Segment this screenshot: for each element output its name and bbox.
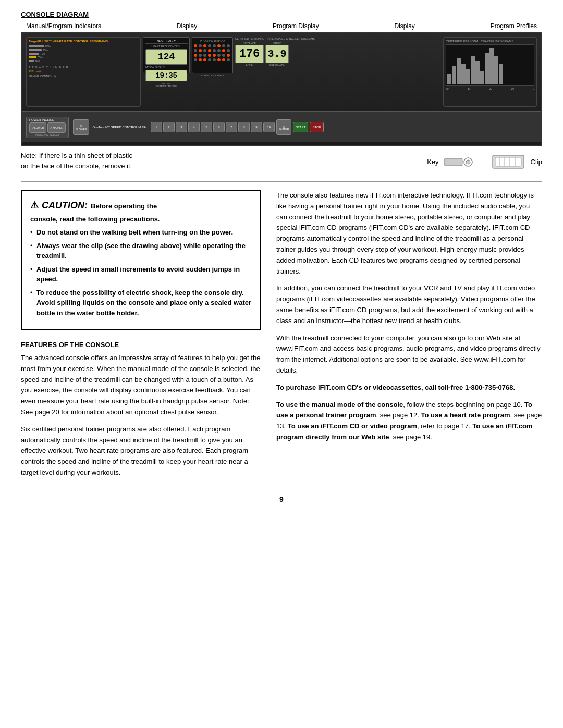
caution-item-3: Adjust the speed in small increments to … <box>30 264 251 285</box>
btn-6[interactable]: 6 <box>213 122 225 132</box>
lcd-display-2: 176 <box>239 47 260 60</box>
panel-center-top: HEART RATE ♥ HEART RATE CONTROL 124 FAT … <box>143 37 441 73</box>
label-program-display: Program Display <box>273 22 319 30</box>
btn-10[interactable]: 10 <box>263 122 275 132</box>
label-display1: Display <box>177 22 197 30</box>
console-panel: TargetPULSE™ HEART RATE CONTROL PROGRAMS… <box>22 33 541 145</box>
caution-box: ⚠ CAUTION: Before operating the console,… <box>21 190 261 330</box>
caution-subtext: console, read the following precautions. <box>30 215 251 223</box>
time-display: 19:35 <box>145 70 187 81</box>
caution-word: CAUTION: <box>42 200 88 211</box>
lcd-display-3: 3.9 <box>267 48 286 60</box>
btn-7[interactable]: 7 <box>226 122 237 132</box>
use-manual-rest: , follow the steps beginning on page 10. <box>403 401 522 409</box>
stop-btn[interactable]: STOP <box>310 122 323 132</box>
power-section: POWER INCLINE ▽ LOWER △ HIGHER PROGRAM S… <box>26 117 69 138</box>
lower-btn[interactable]: ▽ LOWER <box>29 122 46 133</box>
btn-9[interactable]: 9 <box>251 122 262 132</box>
right-paragraph1: The console also features new iFIT.com i… <box>276 190 542 277</box>
note-line1: Note: If there is a thin sheet of plasti… <box>21 151 132 161</box>
ifit-cd-bold: To use an iFIT.com CD or video program <box>288 422 417 430</box>
note-line2: on the face of the console, remove it. <box>21 161 132 171</box>
clip-svg <box>490 153 527 171</box>
panel-right: CERTIFIED PERSONAL TRAINER PROGRAMS <box>443 37 537 107</box>
lcd-display-1: 124 <box>158 52 175 62</box>
heart-rate-bold: To use a heart rate program <box>421 411 510 419</box>
features-paragraph1: The advanced console offers an impressiv… <box>21 353 261 418</box>
page-number: 9 <box>21 495 542 503</box>
caution-item-4: To reduce the possibility of electric sh… <box>30 288 251 318</box>
btn-8[interactable]: 8 <box>238 122 250 132</box>
panel-center: HEART RATE ♥ HEART RATE CONTROL 124 FAT … <box>143 37 441 107</box>
brand-text: TargetPULSE™ HEART RATE CONTROL PROGRAMS <box>29 40 138 43</box>
btn-3[interactable]: 3 <box>176 122 187 132</box>
personal-trainer-rest: , see page 12. <box>376 411 419 419</box>
label-manual-program: Manual/Program Indicators <box>26 22 101 30</box>
svg-rect-0 <box>444 158 462 166</box>
features-paragraph2: Six certified personal trainer programs … <box>21 424 261 478</box>
purchase-text: To purchase iFIT.com CD's or videocasset… <box>276 382 542 393</box>
start-btn[interactable]: START <box>293 122 308 132</box>
caution-icon: ⚠ <box>30 200 39 211</box>
ifit-web-rest: , see page 19. <box>389 433 432 441</box>
ifit-cd-rest: , refer to page 17. <box>417 422 471 430</box>
features-title: FEATURES OF THE CONSOLE <box>21 341 261 349</box>
main-content: ⚠ CAUTION: Before operating the console,… <box>21 190 542 485</box>
btn-5[interactable]: 5 <box>201 122 212 132</box>
panel-top: TargetPULSE™ HEART RATE CONTROL PROGRAMS… <box>22 33 541 111</box>
console-diagram-section: CONSOLE DIAGRAM Manual/Program Indicator… <box>21 10 542 171</box>
dot-matrix-display: PROGRAM DISPLAY <box>192 37 233 73</box>
purchase-bold: To purchase iFIT.com CD's or videocasset… <box>276 384 515 391</box>
divider <box>21 181 542 182</box>
heart-rate-section: HEART RATE ♥ HEART RATE CONTROL 124 FAT … <box>143 37 190 73</box>
panel-bottom: POWER INCLINE ▽ LOWER △ HIGHER PROGRAM S… <box>22 111 541 142</box>
key-svg <box>443 154 474 170</box>
btn-1[interactable]: 1 <box>151 122 162 132</box>
caution-header-text: Before operating the <box>91 202 157 210</box>
panel-left: TargetPULSE™ HEART RATE CONTROL PROGRAMS… <box>26 37 141 107</box>
diagram-labels: Manual/Program Indicators Display Progra… <box>21 22 542 30</box>
btn-2[interactable]: 2 <box>163 122 175 132</box>
slower-btn[interactable]: ▽ SLOWER <box>73 119 90 135</box>
diagram-note: Note: If there is a thin sheet of plasti… <box>21 151 542 171</box>
clip-label: Clip <box>531 158 542 166</box>
diagram-note-left: Note: If there is a thin sheet of plasti… <box>21 151 132 171</box>
use-manual-bold: To use the manual mode of the console <box>276 401 403 409</box>
faster-btn[interactable]: △ FASTER <box>276 119 291 135</box>
caution-item-1: Do not stand on the walking belt when tu… <box>30 227 251 238</box>
onetouch-label: OneTouch™ SPEED CONTROL M.P.H. <box>92 126 147 129</box>
use-manual-text: To use the manual mode of the console, f… <box>276 400 542 443</box>
left-column: ⚠ CAUTION: Before operating the console,… <box>21 190 261 485</box>
key-clip-area: Key Clip <box>427 153 542 171</box>
label-program-profiles: Program Profiles <box>491 22 537 30</box>
higher-btn[interactable]: △ HIGHER <box>47 122 65 133</box>
caution-items: Do not stand on the walking belt when tu… <box>30 227 251 318</box>
number-buttons: 1 2 3 4 5 6 7 8 9 10 <box>151 122 275 132</box>
right-displays: CERTIFIED PERSONAL TRAINER SPEED & INCLI… <box>235 37 315 73</box>
btn-4[interactable]: 4 <box>188 122 200 132</box>
right-column: The console also features new iFIT.com i… <box>276 190 542 485</box>
caution-item-2: Always wear the clip (see the drawing ab… <box>30 241 251 261</box>
caution-header: ⚠ CAUTION: Before operating the <box>30 200 251 211</box>
console-image: TargetPULSE™ HEART RATE CONTROL PROGRAMS… <box>21 32 542 146</box>
label-display2: Display <box>394 22 414 30</box>
right-paragraph3: With the treadmill connected to your com… <box>276 333 542 376</box>
right-paragraph2: In addition, you can connect the treadmi… <box>276 283 542 326</box>
section-title: CONSOLE DIAGRAM <box>21 10 542 18</box>
key-label: Key <box>427 158 438 166</box>
svg-point-2 <box>466 160 470 164</box>
